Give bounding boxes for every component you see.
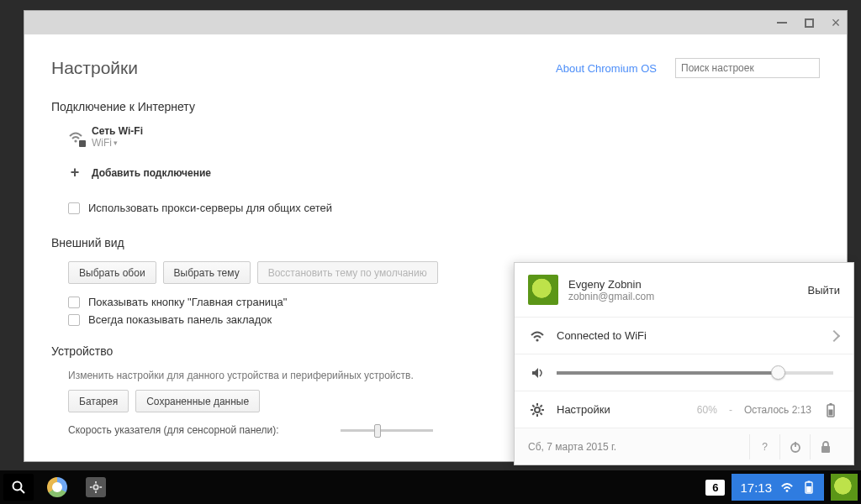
- user-email: zobnin@gmail.com: [568, 291, 654, 302]
- avatar[interactable]: [528, 275, 558, 305]
- popup-date: Сб, 7 марта 2015 г.: [528, 441, 616, 453]
- add-connection-label: Добавить подключение: [92, 167, 211, 179]
- shelf: 6 17:13: [0, 470, 861, 504]
- svg-rect-13: [829, 409, 833, 415]
- wifi-name: WiFi: [92, 137, 112, 149]
- svg-line-10: [532, 412, 534, 414]
- battery-icon: [823, 402, 838, 417]
- popup-volume-row: [515, 354, 853, 391]
- proxy-checkbox-row[interactable]: Использовать прокси-серверы для общих се…: [68, 202, 820, 214]
- battery-remaining: Осталось 2:13: [744, 404, 811, 416]
- tray-avatar[interactable]: [831, 474, 858, 501]
- launcher-search-button[interactable]: [3, 474, 34, 501]
- notification-count-badge[interactable]: 6: [705, 480, 725, 496]
- popup-wifi-row[interactable]: Connected to WiFi: [515, 317, 853, 354]
- proxy-checkbox-label: Использовать прокси-серверы для общих се…: [88, 202, 332, 214]
- svg-line-8: [541, 412, 542, 414]
- battery-button[interactable]: Батарея: [68, 390, 129, 412]
- wifi-lock-icon: [68, 129, 83, 144]
- power-button[interactable]: [779, 434, 810, 459]
- checkbox-icon[interactable]: [68, 297, 80, 308]
- svg-point-2: [535, 407, 540, 412]
- svg-rect-16: [821, 446, 830, 453]
- wifi-label: Сеть Wi-Fi: [92, 125, 143, 137]
- svg-point-0: [74, 139, 77, 142]
- checkbox-icon[interactable]: [68, 314, 80, 326]
- popup-user-row: Evgeny Zobnin zobnin@gmail.com Выйти: [515, 263, 853, 317]
- svg-point-1: [536, 339, 538, 341]
- page-title: Настройки: [51, 58, 138, 78]
- clock: 17:13: [740, 480, 772, 495]
- settings-app-icon[interactable]: [81, 474, 111, 501]
- wifi-row[interactable]: Сеть Wi-Fi WiFi ▾: [68, 125, 820, 149]
- choose-wallpaper-button[interactable]: Выбрать обои: [68, 261, 156, 284]
- svg-line-18: [21, 490, 25, 494]
- chevron-right-icon: [828, 329, 840, 341]
- chromium-app-icon[interactable]: [42, 474, 72, 501]
- svg-line-7: [532, 405, 534, 407]
- volume-slider[interactable]: [557, 371, 833, 375]
- logout-button[interactable]: Выйти: [808, 284, 841, 297]
- lock-button[interactable]: [810, 434, 840, 459]
- choose-theme-button[interactable]: Выбрать тему: [163, 261, 251, 284]
- search-input[interactable]: [675, 58, 820, 78]
- svg-point-19: [93, 485, 98, 489]
- touchpad-speed-label: Скорость указателя (для сенсорной панели…: [68, 424, 329, 436]
- user-name: Evgeny Zobnin: [568, 278, 654, 291]
- settings-label: Настройки: [557, 403, 610, 416]
- svg-rect-12: [830, 403, 832, 405]
- touchpad-speed-slider[interactable]: [341, 429, 433, 432]
- saved-data-button[interactable]: Сохраненные данные: [135, 390, 260, 412]
- window-maximize-button[interactable]: [803, 17, 815, 29]
- window-minimize-button[interactable]: [776, 17, 788, 29]
- svg-line-9: [541, 405, 542, 407]
- wifi-icon: [780, 480, 794, 494]
- popup-footer: Сб, 7 марта 2015 г. ?: [515, 428, 853, 465]
- svg-point-24: [786, 490, 789, 492]
- window-close-button[interactable]: ×: [830, 17, 842, 29]
- wifi-icon: [530, 328, 545, 344]
- section-title-appearance: Внешний вид: [51, 236, 820, 249]
- help-button[interactable]: ?: [749, 434, 779, 459]
- add-connection-row[interactable]: + Добавить подключение: [68, 164, 820, 181]
- gear-icon: [530, 402, 545, 417]
- checkbox-icon[interactable]: [68, 202, 80, 214]
- dropdown-icon[interactable]: ▾: [114, 139, 118, 147]
- system-tray-popup: Evgeny Zobnin zobnin@gmail.com Выйти Con…: [514, 262, 854, 465]
- system-tray[interactable]: 17:13: [732, 474, 824, 501]
- battery-percent: 60%: [697, 404, 717, 416]
- wifi-status: Connected to WiFi: [557, 329, 647, 342]
- svg-rect-26: [808, 481, 811, 483]
- battery-dash: -: [729, 404, 732, 416]
- bookmarks-label: Всегда показывать панель закладок: [88, 313, 272, 326]
- window-titlebar: ×: [24, 11, 847, 34]
- popup-settings-row[interactable]: Настройки 60% - Осталось 2:13: [515, 391, 853, 428]
- plus-icon: +: [68, 164, 82, 181]
- battery-icon: [802, 480, 816, 494]
- section-title-internet: Подключение к Интернету: [51, 100, 820, 113]
- home-button-label: Показывать кнопку "Главная страница": [88, 296, 287, 308]
- speaker-icon[interactable]: [530, 365, 545, 381]
- slider-thumb[interactable]: [771, 365, 785, 380]
- about-link[interactable]: About Chromium OS: [556, 62, 657, 75]
- slider-thumb[interactable]: [374, 424, 381, 438]
- svg-point-17: [13, 482, 22, 491]
- reset-theme-button: Восстановить тему по умолчанию: [257, 261, 438, 284]
- svg-rect-27: [806, 486, 811, 492]
